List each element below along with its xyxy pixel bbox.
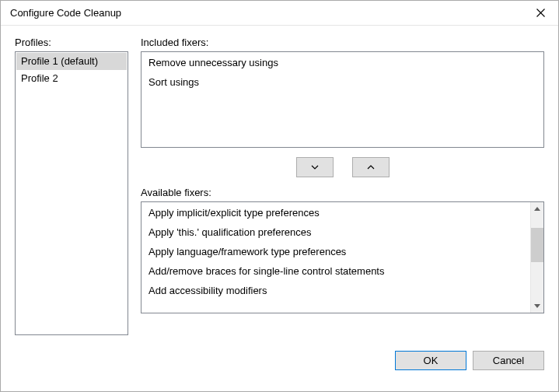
included-fixer-item[interactable]: Remove unnecessary usings — [142, 53, 543, 72]
available-fixers-list[interactable]: Apply implicit/explicit type preferences… — [141, 202, 530, 313]
chevron-down-icon — [311, 165, 319, 170]
profiles-label: Profiles: — [15, 37, 128, 48]
scroll-up-button[interactable] — [531, 202, 543, 215]
profiles-column: Profiles: Profile 1 (default) Profile 2 — [15, 37, 128, 335]
available-label: Available fixers: — [141, 187, 544, 198]
ok-button[interactable]: OK — [395, 351, 466, 370]
dialog-content: Profiles: Profile 1 (default) Profile 2 … — [1, 26, 558, 341]
included-label: Included fixers: — [141, 37, 544, 48]
cancel-button[interactable]: Cancel — [473, 351, 544, 370]
move-down-button[interactable] — [296, 157, 334, 177]
profile-item[interactable]: Profile 1 (default) — [16, 53, 127, 70]
scroll-thumb[interactable] — [531, 228, 543, 262]
available-fixer-item[interactable]: Apply implicit/explicit type preferences — [142, 203, 529, 222]
scroll-track[interactable] — [531, 215, 543, 299]
move-up-button[interactable] — [352, 157, 390, 177]
chevron-up-icon — [534, 207, 540, 211]
window-title: Configure Code Cleanup — [10, 7, 522, 19]
available-scrollbar[interactable] — [530, 202, 543, 313]
fixers-column: Included fixers: Remove unnecessary usin… — [141, 37, 544, 335]
included-fixers-list[interactable]: Remove unnecessary usings Sort usings — [141, 51, 544, 148]
move-buttons-row — [141, 148, 544, 187]
chevron-up-icon — [367, 165, 375, 170]
available-fixers-container: Apply implicit/explicit type preferences… — [141, 201, 544, 313]
profile-item[interactable]: Profile 2 — [16, 70, 127, 87]
scroll-down-button[interactable] — [531, 299, 543, 313]
available-fixer-item[interactable]: Add accessibility modifiers — [142, 281, 529, 300]
available-fixer-item[interactable]: Apply language/framework type preference… — [142, 242, 529, 261]
chevron-down-icon — [534, 304, 540, 308]
titlebar: Configure Code Cleanup — [1, 1, 558, 26]
available-fixer-item[interactable]: Add/remove braces for single-line contro… — [142, 261, 529, 281]
profiles-list[interactable]: Profile 1 (default) Profile 2 — [15, 51, 128, 335]
close-button[interactable] — [522, 1, 558, 26]
available-fixer-item[interactable]: Apply 'this.' qualification preferences — [142, 222, 529, 242]
included-fixer-item[interactable]: Sort usings — [142, 72, 543, 92]
dialog-footer: OK Cancel — [1, 341, 558, 370]
close-icon — [536, 9, 545, 17]
